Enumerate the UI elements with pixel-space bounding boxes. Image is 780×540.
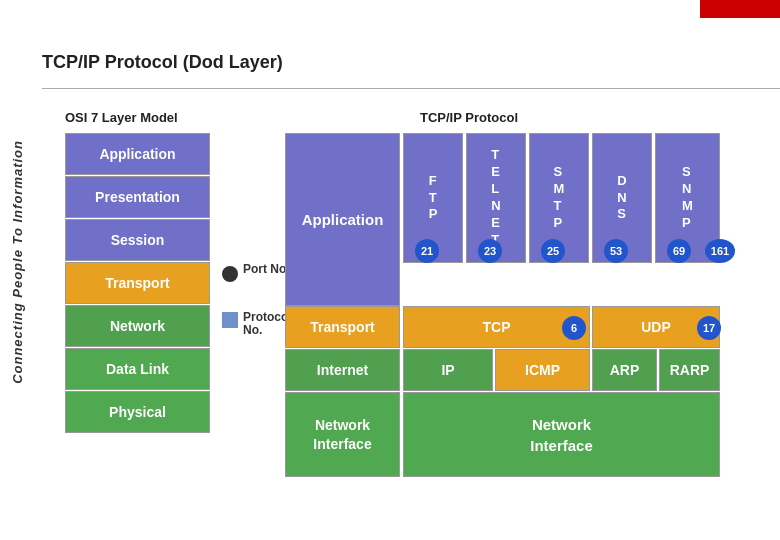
port-badge-53: 53	[604, 239, 628, 263]
port-badge-69: 69	[667, 239, 691, 263]
tcpip-ip-box: IP	[403, 349, 493, 391]
tcpip-rarp-box: RARP	[659, 349, 720, 391]
port-no-label: Port No.	[243, 262, 290, 276]
separator-line	[42, 88, 780, 89]
osi-layer-presentation: Presentation	[65, 176, 210, 218]
port-badge-25: 25	[541, 239, 565, 263]
osi-layer-network: Network	[65, 305, 210, 347]
osi-layer-datalink: Data Link	[65, 348, 210, 390]
port-badge-21: 21	[415, 239, 439, 263]
tcpip-netif-right-box: NetworkInterface	[403, 392, 720, 477]
tcpip-arp-box: ARP	[592, 349, 657, 391]
udp-protocol-badge: 17	[697, 316, 721, 340]
protocol-no-box-icon	[222, 312, 238, 328]
osi-layer-application: Application	[65, 133, 210, 175]
tcpip-internet-box: Internet	[285, 349, 400, 391]
tcpip-icmp-box: ICMP	[495, 349, 590, 391]
red-accent-bar	[700, 0, 780, 18]
vertical-branding-text: Connecting People To Information	[10, 140, 25, 384]
tcpip-protocol-label: TCP/IP Protocol	[420, 110, 518, 125]
port-badge-23: 23	[478, 239, 502, 263]
tcpip-app-box: Application	[285, 133, 400, 306]
osi-label: OSI 7 Layer Model	[65, 110, 178, 125]
page-title: TCP/IP Protocol (Dod Layer)	[42, 52, 283, 73]
tcpip-transport-box: Transport	[285, 306, 400, 348]
protocol-no-label-line2: No.	[243, 323, 262, 337]
tcp-protocol-badge: 6	[562, 316, 586, 340]
osi-layer-session: Session	[65, 219, 210, 261]
port-badge-161: 161	[705, 239, 735, 263]
osi-layer-physical: Physical	[65, 391, 210, 433]
tcpip-netif-left-box: NetworkInterface	[285, 392, 400, 477]
osi-layer-transport: Transport	[65, 262, 210, 304]
port-no-circle-icon	[222, 266, 238, 282]
